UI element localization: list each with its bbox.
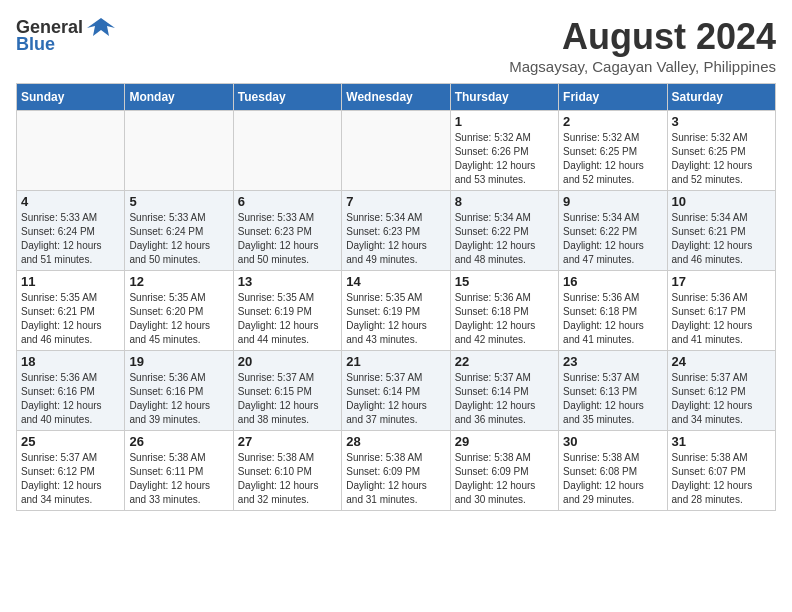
calendar-cell: 4Sunrise: 5:33 AMSunset: 6:24 PMDaylight… <box>17 191 125 271</box>
day-info: Sunrise: 5:34 AMSunset: 6:22 PMDaylight:… <box>563 211 662 267</box>
day-number: 27 <box>238 434 337 449</box>
day-number: 9 <box>563 194 662 209</box>
day-number: 30 <box>563 434 662 449</box>
day-info: Sunrise: 5:32 AMSunset: 6:25 PMDaylight:… <box>563 131 662 187</box>
calendar-cell: 29Sunrise: 5:38 AMSunset: 6:09 PMDayligh… <box>450 431 558 511</box>
calendar-cell: 27Sunrise: 5:38 AMSunset: 6:10 PMDayligh… <box>233 431 341 511</box>
day-number: 20 <box>238 354 337 369</box>
day-number: 14 <box>346 274 445 289</box>
day-number: 1 <box>455 114 554 129</box>
calendar-week-row: 18Sunrise: 5:36 AMSunset: 6:16 PMDayligh… <box>17 351 776 431</box>
day-number: 8 <box>455 194 554 209</box>
calendar-cell: 24Sunrise: 5:37 AMSunset: 6:12 PMDayligh… <box>667 351 775 431</box>
calendar-cell: 30Sunrise: 5:38 AMSunset: 6:08 PMDayligh… <box>559 431 667 511</box>
calendar-cell <box>342 111 450 191</box>
day-number: 7 <box>346 194 445 209</box>
col-header-wednesday: Wednesday <box>342 84 450 111</box>
day-info: Sunrise: 5:32 AMSunset: 6:25 PMDaylight:… <box>672 131 771 187</box>
day-number: 24 <box>672 354 771 369</box>
day-number: 4 <box>21 194 120 209</box>
day-number: 26 <box>129 434 228 449</box>
calendar-cell: 13Sunrise: 5:35 AMSunset: 6:19 PMDayligh… <box>233 271 341 351</box>
calendar-week-row: 1Sunrise: 5:32 AMSunset: 6:26 PMDaylight… <box>17 111 776 191</box>
day-number: 17 <box>672 274 771 289</box>
day-number: 25 <box>21 434 120 449</box>
calendar-cell: 10Sunrise: 5:34 AMSunset: 6:21 PMDayligh… <box>667 191 775 271</box>
day-info: Sunrise: 5:37 AMSunset: 6:15 PMDaylight:… <box>238 371 337 427</box>
day-info: Sunrise: 5:34 AMSunset: 6:21 PMDaylight:… <box>672 211 771 267</box>
day-info: Sunrise: 5:38 AMSunset: 6:07 PMDaylight:… <box>672 451 771 507</box>
day-number: 12 <box>129 274 228 289</box>
calendar-cell: 26Sunrise: 5:38 AMSunset: 6:11 PMDayligh… <box>125 431 233 511</box>
day-info: Sunrise: 5:38 AMSunset: 6:11 PMDaylight:… <box>129 451 228 507</box>
day-number: 6 <box>238 194 337 209</box>
calendar-cell: 25Sunrise: 5:37 AMSunset: 6:12 PMDayligh… <box>17 431 125 511</box>
day-info: Sunrise: 5:36 AMSunset: 6:18 PMDaylight:… <box>563 291 662 347</box>
day-info: Sunrise: 5:36 AMSunset: 6:16 PMDaylight:… <box>21 371 120 427</box>
day-info: Sunrise: 5:37 AMSunset: 6:14 PMDaylight:… <box>346 371 445 427</box>
calendar-header-row: SundayMondayTuesdayWednesdayThursdayFrid… <box>17 84 776 111</box>
day-number: 16 <box>563 274 662 289</box>
col-header-monday: Monday <box>125 84 233 111</box>
calendar-cell: 5Sunrise: 5:33 AMSunset: 6:24 PMDaylight… <box>125 191 233 271</box>
day-number: 28 <box>346 434 445 449</box>
col-header-saturday: Saturday <box>667 84 775 111</box>
day-info: Sunrise: 5:33 AMSunset: 6:23 PMDaylight:… <box>238 211 337 267</box>
day-info: Sunrise: 5:38 AMSunset: 6:08 PMDaylight:… <box>563 451 662 507</box>
calendar-cell: 20Sunrise: 5:37 AMSunset: 6:15 PMDayligh… <box>233 351 341 431</box>
day-info: Sunrise: 5:35 AMSunset: 6:21 PMDaylight:… <box>21 291 120 347</box>
day-info: Sunrise: 5:32 AMSunset: 6:26 PMDaylight:… <box>455 131 554 187</box>
calendar-week-row: 25Sunrise: 5:37 AMSunset: 6:12 PMDayligh… <box>17 431 776 511</box>
calendar-cell: 8Sunrise: 5:34 AMSunset: 6:22 PMDaylight… <box>450 191 558 271</box>
calendar-cell <box>17 111 125 191</box>
day-info: Sunrise: 5:37 AMSunset: 6:14 PMDaylight:… <box>455 371 554 427</box>
day-number: 2 <box>563 114 662 129</box>
calendar-week-row: 4Sunrise: 5:33 AMSunset: 6:24 PMDaylight… <box>17 191 776 271</box>
day-number: 31 <box>672 434 771 449</box>
day-info: Sunrise: 5:36 AMSunset: 6:16 PMDaylight:… <box>129 371 228 427</box>
calendar-cell <box>233 111 341 191</box>
day-info: Sunrise: 5:36 AMSunset: 6:17 PMDaylight:… <box>672 291 771 347</box>
month-title: August 2024 <box>509 16 776 58</box>
calendar-cell <box>125 111 233 191</box>
calendar-cell: 22Sunrise: 5:37 AMSunset: 6:14 PMDayligh… <box>450 351 558 431</box>
calendar-cell: 28Sunrise: 5:38 AMSunset: 6:09 PMDayligh… <box>342 431 450 511</box>
calendar-cell: 9Sunrise: 5:34 AMSunset: 6:22 PMDaylight… <box>559 191 667 271</box>
day-info: Sunrise: 5:36 AMSunset: 6:18 PMDaylight:… <box>455 291 554 347</box>
logo-bird-icon <box>87 16 115 38</box>
calendar-cell: 15Sunrise: 5:36 AMSunset: 6:18 PMDayligh… <box>450 271 558 351</box>
day-info: Sunrise: 5:37 AMSunset: 6:12 PMDaylight:… <box>21 451 120 507</box>
calendar-cell: 21Sunrise: 5:37 AMSunset: 6:14 PMDayligh… <box>342 351 450 431</box>
calendar-cell: 18Sunrise: 5:36 AMSunset: 6:16 PMDayligh… <box>17 351 125 431</box>
col-header-sunday: Sunday <box>17 84 125 111</box>
day-number: 3 <box>672 114 771 129</box>
day-info: Sunrise: 5:35 AMSunset: 6:20 PMDaylight:… <box>129 291 228 347</box>
calendar-cell: 11Sunrise: 5:35 AMSunset: 6:21 PMDayligh… <box>17 271 125 351</box>
calendar-cell: 23Sunrise: 5:37 AMSunset: 6:13 PMDayligh… <box>559 351 667 431</box>
day-number: 23 <box>563 354 662 369</box>
day-number: 10 <box>672 194 771 209</box>
day-number: 29 <box>455 434 554 449</box>
day-info: Sunrise: 5:34 AMSunset: 6:23 PMDaylight:… <box>346 211 445 267</box>
day-number: 22 <box>455 354 554 369</box>
day-info: Sunrise: 5:33 AMSunset: 6:24 PMDaylight:… <box>129 211 228 267</box>
calendar-cell: 1Sunrise: 5:32 AMSunset: 6:26 PMDaylight… <box>450 111 558 191</box>
day-info: Sunrise: 5:35 AMSunset: 6:19 PMDaylight:… <box>346 291 445 347</box>
logo-blue-text: Blue <box>16 34 55 55</box>
day-number: 15 <box>455 274 554 289</box>
svg-marker-0 <box>87 18 115 36</box>
col-header-tuesday: Tuesday <box>233 84 341 111</box>
calendar-cell: 3Sunrise: 5:32 AMSunset: 6:25 PMDaylight… <box>667 111 775 191</box>
calendar-week-row: 11Sunrise: 5:35 AMSunset: 6:21 PMDayligh… <box>17 271 776 351</box>
calendar-cell: 19Sunrise: 5:36 AMSunset: 6:16 PMDayligh… <box>125 351 233 431</box>
col-header-friday: Friday <box>559 84 667 111</box>
day-info: Sunrise: 5:33 AMSunset: 6:24 PMDaylight:… <box>21 211 120 267</box>
day-number: 21 <box>346 354 445 369</box>
calendar-cell: 31Sunrise: 5:38 AMSunset: 6:07 PMDayligh… <box>667 431 775 511</box>
calendar-cell: 7Sunrise: 5:34 AMSunset: 6:23 PMDaylight… <box>342 191 450 271</box>
calendar-cell: 14Sunrise: 5:35 AMSunset: 6:19 PMDayligh… <box>342 271 450 351</box>
day-number: 5 <box>129 194 228 209</box>
day-info: Sunrise: 5:38 AMSunset: 6:10 PMDaylight:… <box>238 451 337 507</box>
logo: General Blue <box>16 16 115 55</box>
page-header: General Blue August 2024 Magsaysay, Caga… <box>16 16 776 75</box>
